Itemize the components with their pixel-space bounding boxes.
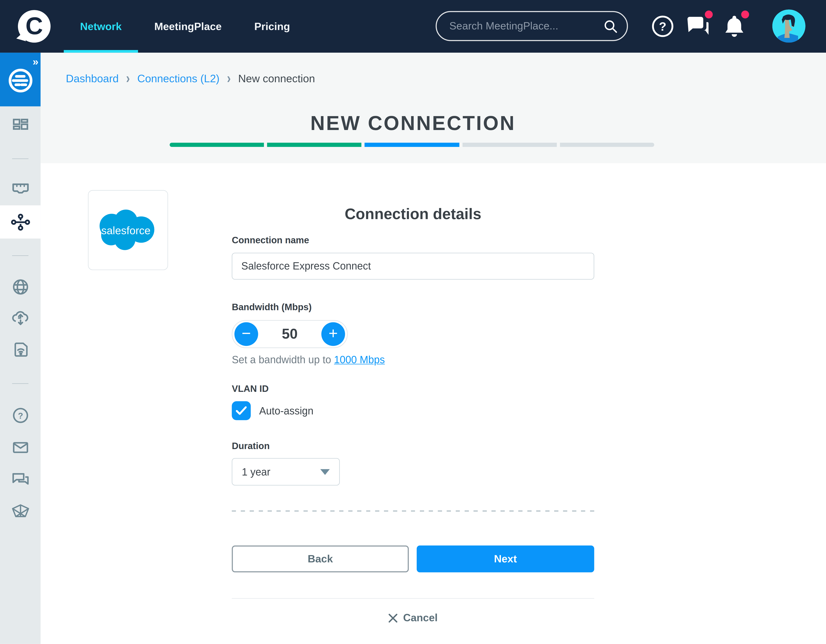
svg-text:?: ? bbox=[18, 411, 23, 421]
connections-icon bbox=[11, 214, 30, 231]
page-header: Dashboard › Connections (L2) › New conne… bbox=[40, 53, 826, 163]
auto-assign-checkbox[interactable] bbox=[232, 401, 251, 420]
mail-icon bbox=[12, 441, 29, 454]
tab-meetingplace[interactable]: MeetingPlace bbox=[138, 0, 238, 53]
sim-wifi-icon bbox=[12, 341, 29, 358]
tab-network-label: Network bbox=[80, 20, 122, 33]
planet-icon bbox=[8, 67, 34, 94]
messages-badge bbox=[705, 11, 713, 19]
port-icon bbox=[11, 181, 29, 196]
divider bbox=[232, 598, 594, 599]
tab-pricing-label: Pricing bbox=[254, 20, 290, 33]
brand-letter: C bbox=[25, 14, 43, 38]
form-heading: Connection details bbox=[232, 205, 594, 223]
tab-pricing[interactable]: Pricing bbox=[238, 0, 306, 53]
sidebar-item-dashboard[interactable] bbox=[0, 109, 40, 142]
connection-name-input[interactable] bbox=[232, 253, 594, 280]
breadcrumb-dashboard[interactable]: Dashboard bbox=[66, 72, 119, 85]
bandwidth-label: Bandwidth (Mbps) bbox=[232, 302, 312, 313]
bandwidth-stepper: − 50 + bbox=[232, 320, 348, 348]
notifications-button[interactable] bbox=[721, 13, 748, 40]
chevron-right-icon: › bbox=[227, 70, 231, 87]
duration-label: Duration bbox=[232, 441, 270, 452]
tab-network[interactable]: Network bbox=[64, 0, 138, 53]
notifications-icon bbox=[724, 15, 745, 38]
avatar-illustration bbox=[772, 9, 806, 43]
wizard-step-5 bbox=[560, 143, 654, 147]
bandwidth-max-link[interactable]: 1000 Mbps bbox=[334, 354, 385, 365]
sidebar-network-logo[interactable]: » bbox=[0, 53, 40, 106]
help-icon: ? bbox=[652, 15, 674, 37]
provider-card-salesforce: salesforce bbox=[88, 190, 168, 270]
check-icon bbox=[236, 406, 247, 415]
main-content: salesforce Connection details Connection… bbox=[40, 163, 826, 644]
sidebar-item-edge-sim[interactable] bbox=[0, 333, 40, 366]
bandwidth-increase-button[interactable]: + bbox=[321, 322, 345, 346]
sidebar-divider bbox=[12, 383, 28, 384]
next-button[interactable]: Next bbox=[417, 545, 594, 572]
search-box bbox=[436, 11, 628, 41]
app-root: C Network MeetingPlace Pricing ? » bbox=[0, 0, 826, 644]
user-avatar[interactable] bbox=[772, 9, 806, 43]
dashboard-icon bbox=[12, 117, 29, 134]
messages-icon bbox=[686, 16, 710, 37]
top-bar: C Network MeetingPlace Pricing ? bbox=[0, 0, 826, 53]
bandwidth-hint: Set a bandwidth up to 1000 Mbps bbox=[232, 354, 385, 366]
sidebar-item-mail[interactable] bbox=[0, 431, 40, 464]
search-input[interactable] bbox=[448, 20, 604, 33]
breadcrumb-connections-l2[interactable]: Connections (L2) bbox=[137, 72, 220, 85]
primary-nav: Network MeetingPlace Pricing bbox=[64, 0, 306, 53]
help-button[interactable]: ? bbox=[649, 13, 676, 40]
chat-bubbles-icon bbox=[11, 472, 29, 488]
sidebar-divider bbox=[12, 255, 28, 256]
sidebar-item-help[interactable]: ? bbox=[0, 399, 40, 432]
help-circle-icon: ? bbox=[12, 407, 29, 424]
svg-text:salesforce: salesforce bbox=[101, 224, 151, 237]
notifications-badge bbox=[741, 11, 749, 19]
search-icon[interactable] bbox=[604, 19, 618, 33]
vlan-auto-assign-row: Auto-assign bbox=[232, 401, 314, 420]
chevron-right-icon: › bbox=[126, 70, 130, 87]
expand-sidebar-icon[interactable]: » bbox=[33, 56, 37, 68]
sidebar-item-mesh[interactable] bbox=[0, 495, 40, 528]
close-icon bbox=[388, 613, 398, 622]
bandwidth-decrease-button[interactable]: − bbox=[234, 322, 258, 346]
cloud-arrows-icon bbox=[11, 310, 30, 327]
svg-text:?: ? bbox=[659, 20, 666, 33]
wizard-progress bbox=[169, 143, 654, 147]
salesforce-logo: salesforce bbox=[96, 206, 160, 254]
sidebar-divider bbox=[12, 158, 28, 159]
mesh-network-icon bbox=[11, 503, 30, 519]
wizard-step-1 bbox=[169, 143, 264, 147]
messages-button[interactable] bbox=[684, 13, 712, 40]
sidebar-item-chat[interactable] bbox=[0, 463, 40, 496]
vlan-id-label: VLAN ID bbox=[232, 383, 269, 395]
wizard-step-3 bbox=[365, 143, 459, 147]
console-connect-logo[interactable]: C bbox=[18, 10, 51, 43]
bandwidth-hint-text: Set a bandwidth up to bbox=[232, 354, 334, 365]
tab-meetingplace-label: MeetingPlace bbox=[154, 20, 222, 33]
dashed-divider bbox=[232, 510, 594, 512]
bandwidth-value[interactable]: 50 bbox=[282, 326, 297, 342]
wizard-step-4 bbox=[463, 143, 557, 147]
sidebar-item-cloud-routing[interactable] bbox=[0, 302, 40, 334]
chevron-down-icon bbox=[320, 469, 330, 475]
connection-name-label: Connection name bbox=[232, 235, 309, 246]
globe-icon bbox=[12, 279, 29, 296]
cancel-label: Cancel bbox=[403, 612, 438, 624]
page-title: NEW CONNECTION bbox=[232, 113, 594, 135]
wizard-step-2 bbox=[267, 143, 362, 147]
back-button[interactable]: Back bbox=[232, 545, 409, 572]
breadcrumb-current: New connection bbox=[238, 72, 315, 85]
breadcrumb: Dashboard › Connections (L2) › New conne… bbox=[66, 71, 315, 85]
duration-value: 1 year bbox=[242, 466, 320, 478]
duration-select[interactable]: 1 year bbox=[232, 458, 340, 486]
side-nav: » ? bbox=[0, 53, 40, 644]
sidebar-item-ports[interactable] bbox=[0, 172, 40, 205]
sidebar-item-connections[interactable] bbox=[0, 205, 40, 238]
cancel-button[interactable]: Cancel bbox=[232, 612, 594, 624]
auto-assign-label: Auto-assign bbox=[259, 405, 314, 417]
sidebar-item-internet[interactable] bbox=[0, 271, 40, 303]
